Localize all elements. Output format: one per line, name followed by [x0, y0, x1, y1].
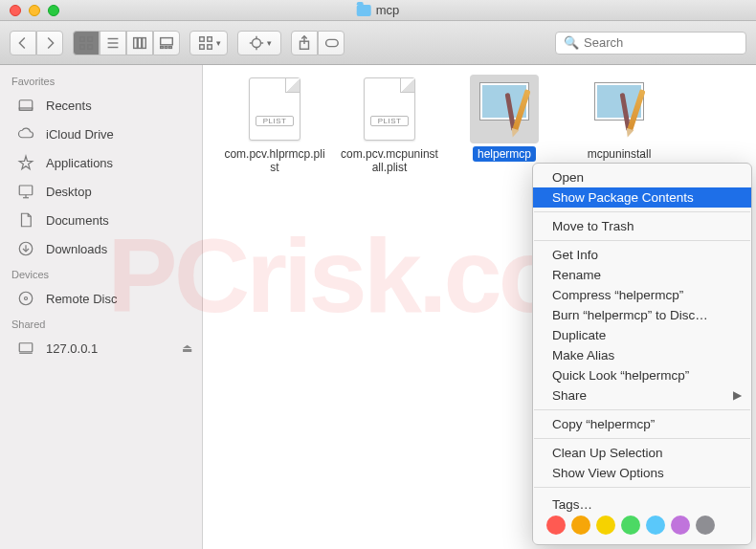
tag-orange[interactable] — [571, 516, 590, 535]
search-field[interactable]: 🔍 — [555, 32, 746, 55]
window-title-text: mcp — [376, 3, 400, 17]
ctx-share[interactable]: Share▶ — [533, 385, 751, 406]
tag-gray[interactable] — [696, 516, 715, 535]
svg-rect-26 — [19, 100, 33, 111]
file-item[interactable]: mcpuninstall — [567, 75, 672, 163]
svg-rect-16 — [199, 44, 204, 49]
gallery-view-button[interactable] — [153, 31, 180, 55]
sidebar-item-label: iCloud Drive — [46, 127, 114, 142]
svg-rect-28 — [19, 186, 33, 195]
documents-icon — [15, 209, 36, 231]
svg-rect-14 — [199, 36, 204, 41]
sidebar-heading: Shared — [0, 313, 202, 334]
file-item[interactable]: PLIST com.pcv.mcpuninstall.plist — [337, 75, 442, 177]
share-button[interactable] — [291, 31, 318, 55]
tag-yellow[interactable] — [596, 516, 615, 535]
sidebar-item-downloads[interactable]: Downloads — [0, 234, 202, 263]
sidebar-item-desktop[interactable]: Desktop — [0, 177, 202, 206]
svg-point-33 — [19, 292, 33, 305]
traffic-lights — [10, 5, 59, 16]
recents-icon — [15, 95, 36, 116]
file-item-selected[interactable]: helpermcp — [452, 75, 557, 163]
ctx-show-package-contents[interactable]: Show Package Contents — [533, 187, 751, 208]
sidebar: Favorites Recents iCloud Drive Applicati… — [0, 65, 203, 549]
svg-point-18 — [252, 38, 260, 47]
sidebar-item-documents[interactable]: Documents — [0, 206, 202, 234]
ctx-get-info[interactable]: Get Info — [533, 245, 751, 265]
sidebar-item-label: Recents — [46, 99, 92, 113]
svg-rect-10 — [161, 37, 173, 44]
close-button[interactable] — [10, 5, 21, 16]
sidebar-item-label: Remote Disc — [46, 292, 117, 306]
tags-button[interactable] — [318, 31, 345, 55]
plist-icon: PLIST — [240, 75, 309, 143]
file-name: helpermcp — [452, 145, 557, 163]
ctx-tags: Tags… — [533, 492, 751, 540]
arrange-button[interactable]: ▾ — [189, 31, 228, 55]
titlebar: mcp — [0, 0, 756, 21]
tag-blue[interactable] — [646, 516, 665, 535]
svg-rect-17 — [207, 44, 211, 49]
action-button[interactable]: ▾ — [237, 31, 281, 55]
back-button[interactable] — [10, 31, 36, 55]
downloads-icon — [15, 238, 36, 259]
search-input[interactable] — [584, 35, 745, 50]
ctx-rename[interactable]: Rename — [533, 265, 751, 285]
file-item[interactable]: PLIST com.pcv.hlprmcp.plist — [222, 75, 327, 177]
sidebar-item-icloud[interactable]: iCloud Drive — [0, 120, 202, 148]
icon-view-button[interactable] — [73, 31, 100, 55]
svg-rect-2 — [80, 44, 85, 49]
minimize-button[interactable] — [29, 5, 40, 16]
sidebar-item-label: 127.0.0.1 — [46, 341, 98, 356]
sidebar-item-remote-disc[interactable]: Remote Disc — [0, 284, 202, 313]
tag-purple[interactable] — [671, 516, 690, 535]
ctx-open[interactable]: Open — [533, 167, 751, 187]
file-name: com.pcv.hlprmcp.plist — [222, 145, 327, 177]
svg-rect-0 — [80, 36, 85, 41]
sidebar-heading: Favorites — [0, 70, 202, 91]
column-view-button[interactable] — [126, 31, 153, 55]
icloud-icon — [15, 123, 36, 144]
sidebar-item-label: Applications — [46, 156, 113, 170]
submenu-arrow-icon: ▶ — [733, 388, 742, 402]
ctx-duplicate[interactable]: Duplicate — [533, 325, 751, 345]
window-title: mcp — [357, 3, 400, 17]
svg-rect-12 — [165, 46, 167, 48]
svg-rect-27 — [19, 108, 33, 110]
tag-red[interactable] — [546, 516, 566, 535]
zoom-button[interactable] — [48, 5, 59, 16]
svg-rect-15 — [207, 36, 211, 41]
applications-icon — [15, 152, 36, 173]
sidebar-item-recents[interactable]: Recents — [0, 91, 202, 120]
menu-separator — [534, 487, 750, 488]
view-mode-buttons — [73, 31, 180, 55]
ctx-quick-look[interactable]: Quick Look “helpermcp” — [533, 365, 751, 385]
file-name: com.pcv.mcpuninstall.plist — [337, 145, 442, 177]
ctx-make-alias[interactable]: Make Alias — [533, 345, 751, 365]
sidebar-item-applications[interactable]: Applications — [0, 148, 202, 177]
ctx-clean-up[interactable]: Clean Up Selection — [533, 443, 751, 463]
svg-rect-13 — [169, 46, 172, 48]
ctx-compress[interactable]: Compress “helpermcp” — [533, 285, 751, 305]
ctx-burn[interactable]: Burn “helpermcp” to Disc… — [533, 305, 751, 325]
tag-green[interactable] — [621, 516, 640, 535]
sidebar-item-shared-host[interactable]: 127.0.0.1⏏ — [0, 334, 202, 362]
finder-window: mcp ▾ ▾ 🔍 Favorites Re — [0, 0, 756, 549]
ctx-move-to-trash[interactable]: Move to Trash — [533, 216, 751, 236]
action-group: ▾ — [237, 31, 281, 55]
app-icon — [585, 75, 654, 143]
list-view-button[interactable] — [100, 31, 126, 55]
forward-button[interactable] — [36, 31, 63, 55]
menu-separator — [534, 409, 750, 410]
svg-rect-25 — [326, 39, 339, 46]
ctx-tags-label[interactable]: Tags… — [546, 497, 738, 512]
sidebar-item-label: Documents — [46, 213, 109, 228]
sidebar-heading: Devices — [0, 263, 202, 284]
ctx-copy[interactable]: Copy “helpermcp” — [533, 414, 751, 434]
svg-rect-35 — [19, 343, 33, 352]
ctx-show-view-options[interactable]: Show View Options — [533, 463, 751, 483]
search-icon: 🔍 — [564, 35, 579, 50]
menu-separator — [534, 240, 750, 241]
sidebar-item-label: Downloads — [46, 242, 107, 256]
eject-icon[interactable]: ⏏ — [182, 341, 192, 355]
